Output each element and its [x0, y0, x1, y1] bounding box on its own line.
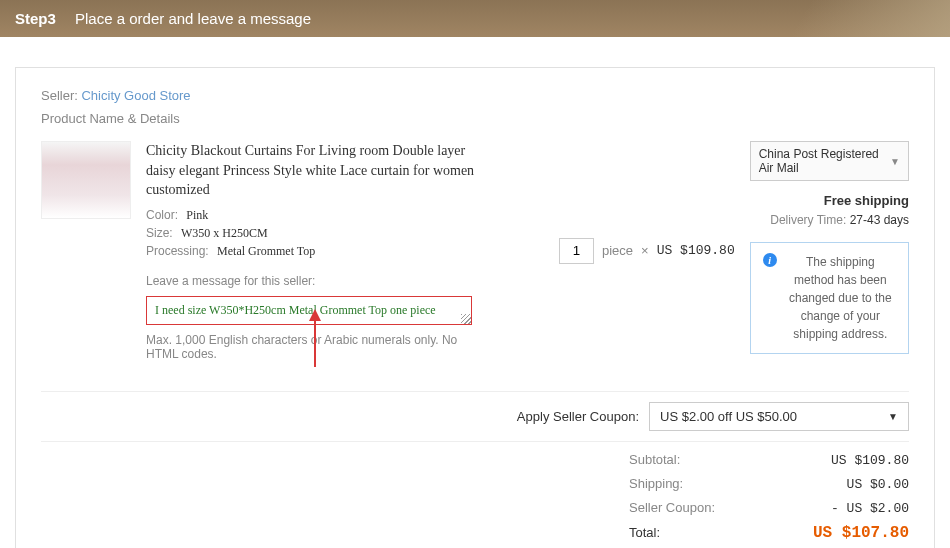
right-column: piece × US $109.80 China Post Registered…: [559, 141, 909, 361]
product-info: Chicity Blackout Curtains For Living roo…: [146, 141, 476, 361]
product-row: Chicity Blackout Curtains For Living roo…: [41, 141, 909, 361]
attr-size: Size: W350 x H250CM: [146, 226, 476, 241]
totals-section: Apply Seller Coupon: US $2.00 off US $50…: [41, 391, 909, 542]
coupon-select[interactable]: US $2.00 off US $50.00 ▼: [649, 402, 909, 431]
chevron-down-icon: ▼: [888, 411, 898, 422]
grand-total-line: Total: US $107.80: [41, 524, 909, 542]
shipping-method-select[interactable]: China Post Registered Air Mail ▼: [750, 141, 909, 181]
coupon-row: Apply Seller Coupon: US $2.00 off US $50…: [41, 391, 909, 442]
coupon-line: Seller Coupon: - US $2.00: [41, 500, 909, 516]
seller-label: Seller:: [41, 88, 78, 103]
step-header: Step3 Place a order and leave a message: [0, 0, 950, 37]
shipping-info-notice: i The shipping method has been changed d…: [750, 242, 909, 354]
product-details-label: Product Name & Details: [41, 111, 909, 126]
product-thumbnail[interactable]: [41, 141, 131, 219]
step-title: Place a order and leave a message: [75, 10, 311, 27]
order-panel: Seller: Chicity Good Store Product Name …: [15, 67, 935, 548]
chevron-down-icon: ▼: [890, 156, 900, 167]
shipping-line: Shipping: US $0.00: [41, 476, 909, 492]
subtotal-line: Subtotal: US $109.80: [41, 452, 909, 468]
annotation-arrow-icon: [306, 309, 324, 369]
quantity-input[interactable]: [559, 238, 594, 264]
unit-price: US $109.80: [657, 243, 735, 258]
times-symbol: ×: [641, 243, 649, 258]
qty-price: piece × US $109.80: [559, 141, 735, 361]
attr-processing: Processing: Metal Grommet Top: [146, 244, 476, 259]
delivery-time: Delivery Time: 27-43 days: [750, 213, 909, 227]
coupon-label: Apply Seller Coupon:: [517, 409, 639, 424]
free-shipping-label: Free shipping: [750, 193, 909, 208]
seller-line: Seller: Chicity Good Store: [41, 88, 909, 103]
svg-marker-1: [309, 309, 321, 321]
unit-label: piece: [602, 243, 633, 258]
info-icon: i: [763, 253, 777, 267]
step-number: Step3: [15, 10, 56, 27]
seller-name-link[interactable]: Chicity Good Store: [81, 88, 190, 103]
attr-color: Color: Pink: [146, 208, 476, 223]
shipping-column: China Post Registered Air Mail ▼ Free sh…: [750, 141, 909, 361]
message-label: Leave a message for this seller:: [146, 274, 476, 288]
product-title[interactable]: Chicity Blackout Curtains For Living roo…: [146, 141, 476, 200]
resize-handle-icon[interactable]: [461, 314, 471, 324]
